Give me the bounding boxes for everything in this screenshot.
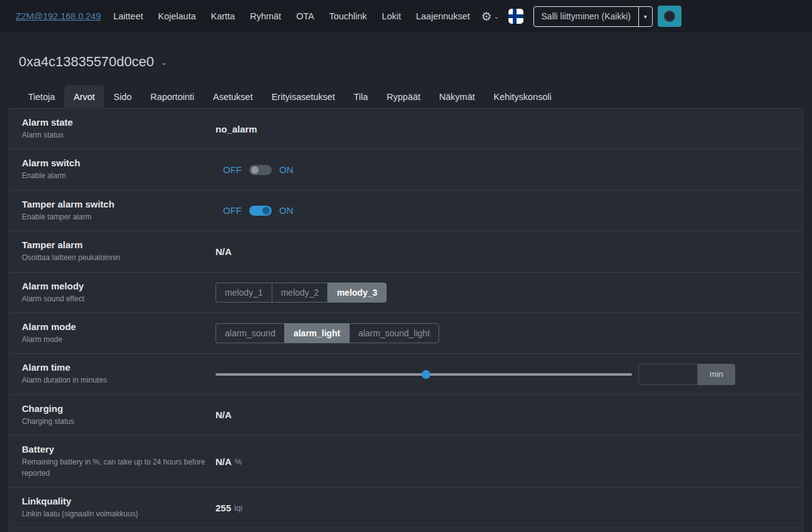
gear-icon: ⚙ (481, 11, 492, 23)
alarm-switch-toggle[interactable] (249, 165, 272, 175)
row-battery: Battery Remaining battery in %, can take… (9, 436, 803, 488)
row-label: Alarm time (22, 362, 205, 373)
nav-item-lokit[interactable]: Lokit (374, 11, 408, 21)
tamper-alarm-switch-toggle[interactable] (249, 206, 272, 216)
row-alarm-state: Alarm state Alarm status no_alarm (9, 109, 803, 149)
row-label: Charging (22, 403, 205, 414)
permit-join-label: Salli liittyminen (Kaikki) (534, 7, 638, 26)
alarm-melody-button-group: melody_1 melody_2 melody_3 (215, 283, 387, 303)
chevron-down-icon: ⌄ (493, 13, 499, 21)
navbar-action-button[interactable] (658, 6, 681, 27)
nav-item-ota[interactable]: OTA (289, 11, 322, 21)
row-description: Charging status (22, 416, 205, 427)
device-id: 0xa4c13835570d0ce0 (19, 54, 154, 70)
exposes-card: Alarm state Alarm status no_alarm Alarm … (9, 109, 803, 532)
alarm-time-input[interactable] (638, 364, 698, 385)
tab-nakymat[interactable]: Näkymät (430, 85, 484, 109)
row-charging: Charging Charging status N/A (9, 395, 803, 436)
row-label: Alarm melody (22, 281, 205, 291)
toggle-on-label[interactable]: ON (279, 164, 294, 175)
permit-join-caret[interactable]: ▾ (638, 7, 652, 26)
row-label: Alarm mode (22, 321, 205, 332)
row-label: Battery (22, 444, 205, 454)
row-alarm-melody: Alarm melody Alarm sound effect melody_1… (9, 273, 803, 313)
nav-item-laajennukset[interactable]: Laajennukset (408, 11, 477, 21)
tab-tietoja[interactable]: Tietoja (19, 85, 64, 109)
chevron-down-icon: ⌄ (161, 58, 168, 67)
brand-link[interactable]: Z2M@192.168.0.249 (16, 11, 101, 21)
nav-item-ryhmat[interactable]: Ryhmät (242, 11, 289, 21)
alarm-sound-button[interactable]: alarm_sound (215, 323, 284, 343)
toggle-knob (262, 207, 270, 214)
row-description: Alarm duration in minutes (22, 375, 205, 386)
row-alarm-time: Alarm time Alarm duration in minutes min (9, 354, 803, 394)
language-flag-icon[interactable] (508, 9, 523, 24)
melody-3-button[interactable]: melody_3 (327, 283, 387, 303)
row-description: Alarm mode (22, 334, 205, 345)
linkquality-unit: lqi (234, 503, 242, 513)
alarm-mode-button-group: alarm_sound alarm_light alarm_sound_ligh… (215, 323, 439, 343)
tab-raportointi[interactable]: Raportointi (141, 85, 204, 109)
alarm-time-unit: min (698, 364, 735, 385)
charging-value: N/A (215, 409, 232, 420)
tab-kehityskonsoli[interactable]: Kehityskonsoli (484, 85, 561, 109)
toggle-off-label[interactable]: OFF (223, 205, 242, 216)
card-footer (9, 528, 803, 532)
row-label: Tamper alarm switch (22, 199, 205, 209)
nav-item-laitteet[interactable]: Laitteet (106, 11, 151, 21)
tamper-alarm-value: N/A (215, 246, 232, 257)
row-description: Remaining battery in %, can take up to 2… (22, 457, 205, 479)
toggle-knob (251, 166, 259, 174)
row-description: Alarm status (22, 130, 205, 141)
row-label: Alarm state (22, 117, 205, 128)
row-linkquality: Linkquality Linkin laatu (signaalin voim… (9, 488, 803, 528)
alarm-state-value: no_alarm (215, 124, 257, 134)
row-description: Alarm sound effect (22, 294, 205, 304)
settings-menu[interactable]: ⚙ ⌄ (481, 11, 499, 23)
row-label: Alarm switch (22, 158, 205, 168)
row-alarm-mode: Alarm mode Alarm mode alarm_sound alarm_… (9, 313, 803, 354)
nav-item-kartta[interactable]: Kartta (204, 11, 243, 21)
row-description: Osoittaa laitteen peukaloinnin (22, 253, 205, 263)
slider-handle[interactable] (422, 370, 430, 379)
nav-item-kojelauta[interactable]: Kojelauta (151, 11, 203, 21)
toggle-on-label[interactable]: ON (279, 205, 294, 216)
melody-1-button[interactable]: melody_1 (215, 283, 272, 303)
alarm-light-button[interactable]: alarm_light (284, 323, 349, 343)
battery-value: N/A (215, 456, 232, 467)
row-description: Linkin laatu (signaalin voimakkuus) (22, 509, 205, 519)
page-content: 0xa4c13835570d0ce0 ⌄ Tietoja Arvot Sido … (0, 33, 812, 532)
alarm-time-input-group: min (638, 364, 735, 385)
tab-erityisasetukset[interactable]: Erityisasetukset (262, 85, 345, 109)
tab-ryppaat[interactable]: Ryppäät (377, 85, 430, 109)
permit-join-button[interactable]: Salli liittyminen (Kaikki) ▾ (533, 6, 653, 27)
row-tamper-alarm-switch: Tamper alarm switch Enable tamper alarm … (9, 191, 803, 231)
tab-sido[interactable]: Sido (104, 85, 141, 109)
device-tabs: Tietoja Arvot Sido Raportointi Asetukset… (9, 85, 803, 109)
top-navbar: Z2M@192.168.0.249 Laitteet Kojelauta Kar… (0, 0, 812, 33)
battery-unit: % (235, 457, 242, 466)
nav-item-touchlink[interactable]: Touchlink (322, 11, 374, 21)
row-alarm-switch: Alarm switch Enable alarm OFF ON (9, 149, 803, 190)
row-description: Enable tamper alarm (22, 212, 205, 223)
device-title[interactable]: 0xa4c13835570d0ce0 ⌄ (19, 54, 803, 70)
circle-icon (664, 11, 675, 22)
tab-asetukset[interactable]: Asetukset (204, 85, 262, 109)
toggle-off-label[interactable]: OFF (223, 164, 242, 175)
row-description: Enable alarm (22, 171, 205, 181)
linkquality-value: 255 (215, 503, 231, 513)
tab-arvot[interactable]: Arvot (64, 85, 104, 109)
row-tamper-alarm: Tamper alarm Osoittaa laitteen peukaloin… (9, 231, 803, 272)
melody-2-button[interactable]: melody_2 (272, 283, 328, 303)
row-label: Tamper alarm (22, 239, 205, 250)
alarm-sound-light-button[interactable]: alarm_sound_light (349, 323, 439, 343)
row-label: Linkquality (22, 496, 205, 506)
alarm-time-slider[interactable] (215, 369, 632, 379)
tab-tila[interactable]: Tila (344, 85, 377, 109)
